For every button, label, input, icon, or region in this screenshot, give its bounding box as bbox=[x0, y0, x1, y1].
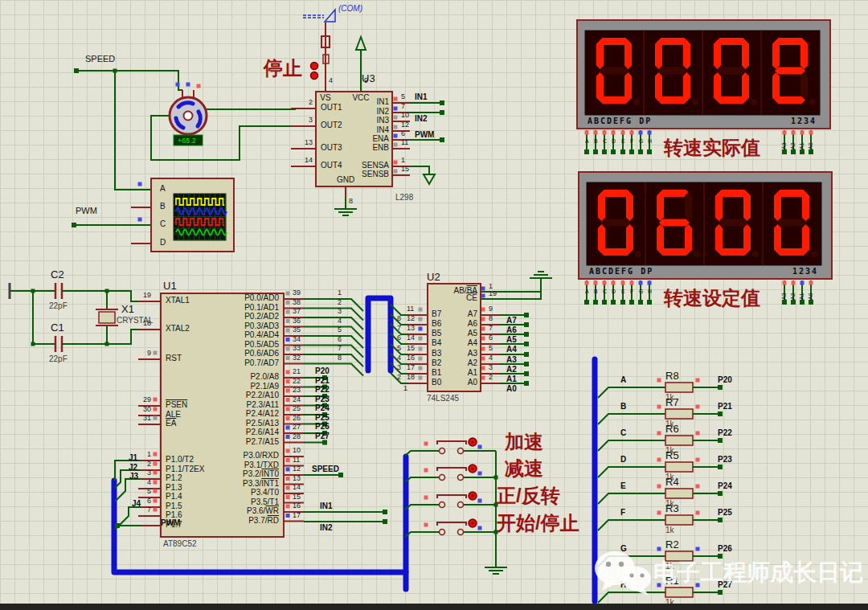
a-bus-terminal[interactable] bbox=[524, 352, 529, 357]
display-pin-terminal[interactable] bbox=[782, 149, 787, 154]
display-pin-terminal[interactable] bbox=[629, 149, 634, 154]
display-pin-terminal[interactable] bbox=[800, 300, 805, 305]
resistor-body[interactable] bbox=[665, 409, 693, 419]
p2-terminal[interactable] bbox=[322, 422, 327, 427]
in2-net-terminal[interactable] bbox=[383, 519, 387, 524]
resistor-terminal[interactable] bbox=[718, 518, 723, 522]
state-indicator bbox=[481, 327, 485, 331]
display-pin-terminal[interactable] bbox=[647, 149, 652, 154]
digit-segment-b bbox=[626, 192, 633, 221]
state-indicator bbox=[648, 131, 652, 135]
a-bus-terminal[interactable] bbox=[524, 332, 529, 337]
digit-segment-b bbox=[800, 40, 808, 69]
p2-terminal[interactable] bbox=[322, 394, 327, 399]
display-pin-terminal[interactable] bbox=[809, 300, 813, 305]
motor-shaft bbox=[184, 112, 193, 121]
a-bus-terminal[interactable] bbox=[524, 381, 529, 386]
a-bus-terminal[interactable] bbox=[524, 371, 529, 376]
state-indicator bbox=[800, 131, 805, 135]
com-probe-label: (COM) bbox=[338, 5, 362, 13]
display-pin-terminal[interactable] bbox=[620, 149, 625, 154]
p2-terminal[interactable] bbox=[322, 375, 327, 380]
display-pin-terminal[interactable] bbox=[647, 300, 652, 305]
a-bus-terminal[interactable] bbox=[524, 342, 529, 346]
a-bus-terminal[interactable] bbox=[524, 362, 529, 366]
resistor-body[interactable] bbox=[665, 436, 693, 445]
display-pin-terminal[interactable] bbox=[638, 300, 643, 305]
in1-net-terminal[interactable] bbox=[383, 510, 387, 514]
decimal-point bbox=[694, 251, 700, 257]
display-pin-terminal[interactable] bbox=[620, 300, 625, 305]
p2-terminal[interactable] bbox=[322, 385, 327, 390]
crystal-body[interactable] bbox=[99, 312, 115, 323]
resistor-terminal[interactable] bbox=[718, 438, 723, 443]
display-pin-terminal[interactable] bbox=[611, 300, 616, 305]
speed-terminal[interactable] bbox=[74, 68, 79, 73]
p2-terminal[interactable] bbox=[322, 412, 327, 417]
resistor-terminal[interactable] bbox=[718, 385, 723, 390]
digit-segment-f bbox=[657, 192, 664, 221]
resistor-terminal[interactable] bbox=[718, 411, 723, 416]
display-pin-terminal[interactable] bbox=[800, 149, 805, 154]
display-pin-terminal[interactable] bbox=[791, 300, 796, 305]
state-indicator bbox=[478, 499, 482, 503]
digit-segment-g bbox=[659, 219, 690, 227]
in1-terminal[interactable] bbox=[440, 100, 444, 105]
p2-terminal[interactable] bbox=[322, 431, 327, 436]
window-bottom-edge bbox=[0, 604, 868, 610]
u1-chip-body[interactable] bbox=[161, 293, 284, 537]
state-indicator bbox=[286, 468, 290, 472]
digit-segment-b bbox=[683, 40, 690, 69]
u2-chip-body[interactable] bbox=[428, 284, 481, 391]
digit-segment-b bbox=[742, 40, 749, 69]
display-pin-terminal[interactable] bbox=[791, 149, 796, 154]
wire-p0 bbox=[304, 364, 363, 376]
p2-terminal[interactable] bbox=[322, 440, 327, 445]
state-indicator bbox=[696, 432, 700, 436]
resistor-body[interactable] bbox=[665, 462, 693, 472]
stop-button-actuator[interactable] bbox=[311, 72, 318, 80]
resistor-body[interactable] bbox=[665, 489, 693, 498]
in2-terminal[interactable] bbox=[440, 110, 444, 115]
resistor-terminal[interactable] bbox=[718, 491, 723, 496]
display-pin-terminal[interactable] bbox=[584, 300, 589, 305]
wire bbox=[481, 278, 541, 299]
a-bus-terminal[interactable] bbox=[524, 313, 529, 317]
pwm-terminal[interactable] bbox=[440, 137, 444, 142]
state-indicator bbox=[176, 83, 180, 87]
resistor-body[interactable] bbox=[665, 383, 693, 392]
display-pin-terminal[interactable] bbox=[629, 300, 634, 305]
wire bbox=[410, 166, 429, 174]
display-pin-terminal[interactable] bbox=[602, 149, 607, 154]
voltage-probe-icon[interactable] bbox=[325, 10, 335, 22]
resistor-body[interactable] bbox=[665, 515, 693, 525]
display-pin-terminal[interactable] bbox=[809, 149, 813, 154]
state-indicator bbox=[657, 485, 661, 489]
stop-button-actuator[interactable] bbox=[311, 63, 318, 70]
display-pin-terminal[interactable] bbox=[584, 149, 589, 154]
digit-segment-d bbox=[776, 248, 807, 256]
display-pin-terminal[interactable] bbox=[593, 149, 598, 154]
display-pin-terminal[interactable] bbox=[593, 300, 598, 305]
button-contact bbox=[458, 530, 464, 535]
button-contact bbox=[458, 502, 464, 508]
p2-terminal[interactable] bbox=[322, 403, 327, 408]
state-indicator bbox=[424, 442, 428, 446]
display-pin-terminal[interactable] bbox=[782, 300, 787, 305]
wire-p0 bbox=[304, 336, 363, 348]
pwm-p17-terminal[interactable] bbox=[115, 523, 120, 528]
state-indicator bbox=[154, 407, 158, 411]
display-pin-terminal[interactable] bbox=[638, 149, 643, 154]
state-indicator bbox=[138, 182, 142, 186]
a-bus-terminal[interactable] bbox=[524, 322, 529, 327]
u3-chip-body[interactable] bbox=[316, 92, 392, 186]
wire bbox=[62, 330, 141, 344]
data-bus-p0[interactable] bbox=[368, 298, 391, 371]
display-pin-terminal[interactable] bbox=[611, 149, 616, 154]
pwm-left-terminal[interactable] bbox=[72, 223, 76, 227]
speed-net-terminal[interactable] bbox=[338, 473, 343, 477]
resistor-terminal[interactable] bbox=[718, 465, 723, 469]
display-pin-terminal[interactable] bbox=[602, 300, 607, 305]
state-indicator bbox=[639, 131, 643, 135]
state-indicator bbox=[419, 337, 423, 341]
